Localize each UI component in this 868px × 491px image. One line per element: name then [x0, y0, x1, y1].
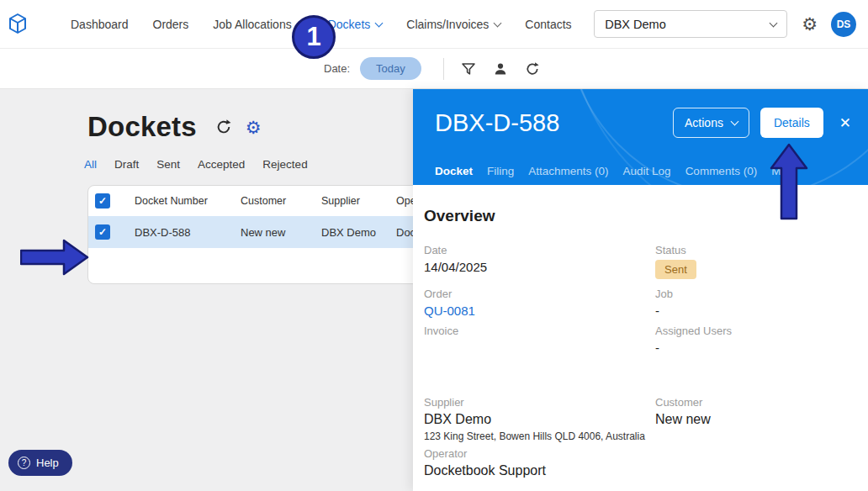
date-label: Date [424, 244, 655, 256]
tab-rejected[interactable]: Rejected [262, 158, 307, 171]
chevron-down-icon [731, 118, 739, 126]
supplier-value: DBX Demo [424, 412, 655, 427]
overview-section: Overview Date 14/04/2025 Status Sent Ord… [413, 185, 868, 478]
select-all-checkbox[interactable] [95, 193, 110, 209]
assigned-user-filter-icon[interactable] [493, 61, 508, 77]
nav-item-orders[interactable]: Orders [153, 18, 189, 31]
column-header-docket-number[interactable]: Docket Number [135, 195, 241, 207]
status-badge: Sent [655, 260, 696, 279]
chevron-down-icon [375, 18, 384, 27]
docketbook-logo-icon [7, 12, 29, 37]
annotation-arrow-up-icon [770, 143, 808, 224]
cell-customer: New new [241, 226, 321, 239]
close-icon[interactable]: ✕ [839, 116, 851, 130]
organisation-select[interactable]: DBX Demo [594, 10, 787, 38]
row-checkbox[interactable] [95, 224, 110, 240]
nav-item-job-allocations[interactable]: Job Allocations [213, 18, 303, 31]
supplier-label: Supplier [424, 396, 655, 409]
page-title: Dockets [87, 111, 197, 143]
chevron-down-icon [770, 18, 778, 27]
tab-filing[interactable]: Filing [487, 165, 514, 177]
order-label: Order [424, 288, 655, 300]
help-button[interactable]: ? Help [8, 450, 72, 476]
operator-value: Docketbook Support [424, 463, 655, 478]
nav-label: Dashboard [71, 18, 129, 31]
refresh-icon[interactable] [215, 119, 232, 135]
organisation-select-value: DBX Demo [605, 18, 666, 31]
actions-button-label: Actions [685, 116, 723, 129]
assigned-users-value: - [655, 341, 846, 355]
cell-supplier: DBX Demo [321, 226, 396, 239]
refresh-icon[interactable] [525, 61, 540, 77]
nav-item-contacts[interactable]: Contacts [525, 18, 571, 31]
operator-label: Operator [424, 447, 655, 460]
actions-button[interactable]: Actions [673, 108, 749, 138]
nav-item-claims-invoices[interactable]: Claims/Invoices [406, 18, 500, 31]
detail-panel-tabs: Docket Filing Attachments (0) Audit Log … [435, 165, 793, 177]
tab-sent[interactable]: Sent [156, 158, 180, 171]
chevron-down-icon [494, 18, 502, 27]
column-header-supplier[interactable]: Supplier [321, 195, 396, 207]
help-button-label: Help [36, 457, 59, 469]
tab-accepted[interactable]: Accepted [198, 158, 245, 171]
settings-gear-icon[interactable]: ⚙ [802, 15, 818, 33]
filter-funnel-icon[interactable] [461, 61, 476, 77]
annotation-arrow-right-icon [20, 239, 89, 279]
details-button[interactable]: Details [760, 108, 823, 138]
customer-value: New new [655, 412, 846, 427]
top-navigation-bar: Dashboard Orders Job Allocations Dockets… [0, 0, 868, 49]
annotation-step-1-badge: 1 [292, 15, 336, 59]
docket-title: DBX-D-588 [435, 109, 559, 137]
status-label: Status [655, 244, 846, 256]
invoice-label: Invoice [424, 325, 655, 337]
nav-label: Claims/Invoices [406, 18, 489, 31]
order-link[interactable]: QU-0081 [424, 304, 655, 318]
nav-item-dashboard[interactable]: Dashboard [71, 18, 129, 31]
tab-all[interactable]: All [84, 158, 97, 171]
nav-label: Contacts [525, 18, 571, 31]
job-value: - [655, 304, 846, 318]
nav-item-dockets[interactable]: Dockets [328, 18, 383, 31]
filter-toolbar: Date: Today [0, 49, 868, 89]
tab-attachments[interactable]: Attachments (0) [528, 165, 608, 177]
assigned-users-label: Assigned Users [655, 325, 846, 337]
today-filter-button[interactable]: Today [360, 57, 421, 80]
customer-label: Customer [655, 396, 846, 409]
column-header-customer[interactable]: Customer [241, 195, 321, 207]
date-value: 14/04/2025 [424, 260, 655, 274]
tab-comments[interactable]: Comments (0) [685, 165, 758, 177]
nav-label: Job Allocations [213, 18, 291, 31]
nav-label: Orders [153, 18, 189, 31]
job-label: Job [655, 288, 846, 300]
cell-docket-number: DBX-D-588 [135, 226, 241, 239]
supplier-address: 123 King Street, Bowen Hills QLD 4006, A… [424, 430, 655, 442]
toolbar-divider [443, 58, 444, 80]
tab-docket[interactable]: Docket [435, 165, 473, 177]
user-avatar[interactable]: DS [831, 12, 856, 37]
dockets-settings-gear-icon[interactable]: ⚙ [246, 119, 262, 136]
tab-audit-log[interactable]: Audit Log [623, 165, 671, 177]
date-filter-label: Date: [324, 62, 350, 75]
question-mark-icon: ? [18, 457, 30, 469]
tab-draft[interactable]: Draft [114, 158, 139, 171]
